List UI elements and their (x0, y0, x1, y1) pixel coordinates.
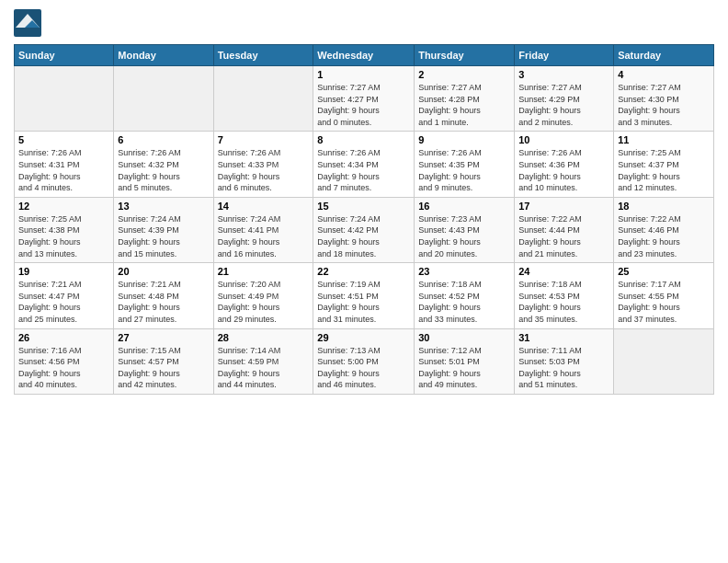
day-info: Sunrise: 7:27 AM Sunset: 4:27 PM Dayligh… (317, 82, 410, 128)
day-number: 25 (618, 266, 710, 277)
day-number: 2 (418, 69, 510, 80)
calendar-cell: 17Sunrise: 7:22 AM Sunset: 4:44 PM Dayli… (515, 197, 614, 262)
calendar-cell: 23Sunrise: 7:18 AM Sunset: 4:52 PM Dayli… (415, 263, 515, 328)
page: SundayMondayTuesdayWednesdayThursdayFrid… (0, 0, 728, 563)
day-info: Sunrise: 7:21 AM Sunset: 4:48 PM Dayligh… (118, 279, 209, 325)
calendar-cell (114, 66, 213, 132)
weekday-header: Tuesday (213, 45, 313, 66)
day-number: 15 (317, 201, 410, 212)
day-info: Sunrise: 7:13 AM Sunset: 5:00 PM Dayligh… (317, 345, 410, 391)
calendar-cell: 14Sunrise: 7:24 AM Sunset: 4:41 PM Dayli… (213, 197, 313, 262)
calendar-cell: 29Sunrise: 7:13 AM Sunset: 5:00 PM Dayli… (313, 328, 415, 394)
day-info: Sunrise: 7:17 AM Sunset: 4:55 PM Dayligh… (618, 279, 710, 325)
calendar-cell: 28Sunrise: 7:14 AM Sunset: 4:59 PM Dayli… (213, 328, 313, 394)
day-number: 29 (317, 332, 410, 343)
calendar-week-row: 19Sunrise: 7:21 AM Sunset: 4:47 PM Dayli… (15, 263, 714, 328)
day-info: Sunrise: 7:27 AM Sunset: 4:29 PM Dayligh… (518, 82, 609, 128)
header (14, 9, 714, 37)
day-number: 4 (618, 69, 710, 80)
calendar-cell: 22Sunrise: 7:19 AM Sunset: 4:51 PM Dayli… (313, 263, 415, 328)
day-info: Sunrise: 7:16 AM Sunset: 4:56 PM Dayligh… (18, 345, 109, 391)
day-number: 11 (618, 134, 710, 145)
day-info: Sunrise: 7:25 AM Sunset: 4:37 PM Dayligh… (618, 147, 710, 193)
day-info: Sunrise: 7:22 AM Sunset: 4:44 PM Dayligh… (518, 213, 609, 259)
calendar-cell (213, 66, 313, 132)
day-info: Sunrise: 7:24 AM Sunset: 4:39 PM Dayligh… (118, 213, 209, 259)
day-number: 26 (18, 332, 109, 343)
day-number: 20 (118, 266, 209, 277)
logo (14, 9, 45, 37)
calendar: SundayMondayTuesdayWednesdayThursdayFrid… (14, 44, 714, 395)
day-number: 7 (218, 134, 310, 145)
calendar-cell: 3Sunrise: 7:27 AM Sunset: 4:29 PM Daylig… (515, 66, 614, 132)
day-number: 16 (418, 201, 510, 212)
day-number: 21 (218, 266, 310, 277)
day-number: 24 (518, 266, 609, 277)
day-info: Sunrise: 7:26 AM Sunset: 4:34 PM Dayligh… (317, 147, 410, 193)
weekday-header: Monday (114, 45, 213, 66)
day-info: Sunrise: 7:25 AM Sunset: 4:38 PM Dayligh… (18, 213, 109, 259)
calendar-cell: 19Sunrise: 7:21 AM Sunset: 4:47 PM Dayli… (15, 263, 114, 328)
day-info: Sunrise: 7:26 AM Sunset: 4:33 PM Dayligh… (218, 147, 310, 193)
day-info: Sunrise: 7:15 AM Sunset: 4:57 PM Dayligh… (118, 345, 209, 391)
calendar-cell: 26Sunrise: 7:16 AM Sunset: 4:56 PM Dayli… (15, 328, 114, 394)
weekday-header: Wednesday (313, 45, 415, 66)
day-number: 23 (418, 266, 510, 277)
calendar-cell (15, 66, 114, 132)
day-info: Sunrise: 7:24 AM Sunset: 4:41 PM Dayligh… (218, 213, 310, 259)
day-info: Sunrise: 7:27 AM Sunset: 4:30 PM Dayligh… (618, 82, 710, 128)
calendar-cell: 1Sunrise: 7:27 AM Sunset: 4:27 PM Daylig… (313, 66, 415, 132)
day-info: Sunrise: 7:26 AM Sunset: 4:35 PM Dayligh… (418, 147, 510, 193)
calendar-cell (614, 328, 714, 394)
calendar-cell: 8Sunrise: 7:26 AM Sunset: 4:34 PM Daylig… (313, 132, 415, 197)
calendar-cell: 24Sunrise: 7:18 AM Sunset: 4:53 PM Dayli… (515, 263, 614, 328)
day-number: 10 (518, 134, 609, 145)
weekday-header: Friday (515, 45, 614, 66)
calendar-cell: 6Sunrise: 7:26 AM Sunset: 4:32 PM Daylig… (114, 132, 213, 197)
day-number: 5 (18, 134, 109, 145)
day-info: Sunrise: 7:20 AM Sunset: 4:49 PM Dayligh… (218, 279, 310, 325)
calendar-cell: 20Sunrise: 7:21 AM Sunset: 4:48 PM Dayli… (114, 263, 213, 328)
day-info: Sunrise: 7:26 AM Sunset: 4:32 PM Dayligh… (118, 147, 209, 193)
calendar-cell: 30Sunrise: 7:12 AM Sunset: 5:01 PM Dayli… (415, 328, 515, 394)
day-info: Sunrise: 7:26 AM Sunset: 4:31 PM Dayligh… (18, 147, 109, 193)
calendar-header-row: SundayMondayTuesdayWednesdayThursdayFrid… (15, 45, 714, 66)
calendar-cell: 15Sunrise: 7:24 AM Sunset: 4:42 PM Dayli… (313, 197, 415, 262)
logo-icon (14, 9, 41, 37)
day-info: Sunrise: 7:11 AM Sunset: 5:03 PM Dayligh… (518, 345, 609, 391)
day-info: Sunrise: 7:19 AM Sunset: 4:51 PM Dayligh… (317, 279, 410, 325)
calendar-cell: 11Sunrise: 7:25 AM Sunset: 4:37 PM Dayli… (614, 132, 714, 197)
day-info: Sunrise: 7:23 AM Sunset: 4:43 PM Dayligh… (418, 213, 510, 259)
day-number: 3 (518, 69, 609, 80)
day-number: 17 (518, 201, 609, 212)
day-number: 1 (317, 69, 410, 80)
day-number: 22 (317, 266, 410, 277)
day-number: 13 (118, 201, 209, 212)
calendar-cell: 2Sunrise: 7:27 AM Sunset: 4:28 PM Daylig… (415, 66, 515, 132)
day-info: Sunrise: 7:24 AM Sunset: 4:42 PM Dayligh… (317, 213, 410, 259)
day-info: Sunrise: 7:26 AM Sunset: 4:36 PM Dayligh… (518, 147, 609, 193)
day-info: Sunrise: 7:18 AM Sunset: 4:53 PM Dayligh… (518, 279, 609, 325)
calendar-week-row: 5Sunrise: 7:26 AM Sunset: 4:31 PM Daylig… (15, 132, 714, 197)
weekday-header: Thursday (415, 45, 515, 66)
calendar-cell: 9Sunrise: 7:26 AM Sunset: 4:35 PM Daylig… (415, 132, 515, 197)
calendar-cell: 16Sunrise: 7:23 AM Sunset: 4:43 PM Dayli… (415, 197, 515, 262)
day-number: 9 (418, 134, 510, 145)
day-info: Sunrise: 7:18 AM Sunset: 4:52 PM Dayligh… (418, 279, 510, 325)
day-number: 31 (518, 332, 609, 343)
calendar-cell: 4Sunrise: 7:27 AM Sunset: 4:30 PM Daylig… (614, 66, 714, 132)
calendar-cell: 21Sunrise: 7:20 AM Sunset: 4:49 PM Dayli… (213, 263, 313, 328)
calendar-cell: 27Sunrise: 7:15 AM Sunset: 4:57 PM Dayli… (114, 328, 213, 394)
day-number: 12 (18, 201, 109, 212)
calendar-week-row: 12Sunrise: 7:25 AM Sunset: 4:38 PM Dayli… (15, 197, 714, 262)
day-number: 18 (618, 201, 710, 212)
day-info: Sunrise: 7:14 AM Sunset: 4:59 PM Dayligh… (218, 345, 310, 391)
calendar-week-row: 1Sunrise: 7:27 AM Sunset: 4:27 PM Daylig… (15, 66, 714, 132)
day-number: 27 (118, 332, 209, 343)
calendar-cell: 18Sunrise: 7:22 AM Sunset: 4:46 PM Dayli… (614, 197, 714, 262)
day-info: Sunrise: 7:22 AM Sunset: 4:46 PM Dayligh… (618, 213, 710, 259)
day-info: Sunrise: 7:27 AM Sunset: 4:28 PM Dayligh… (418, 82, 510, 128)
calendar-week-row: 26Sunrise: 7:16 AM Sunset: 4:56 PM Dayli… (15, 328, 714, 394)
calendar-cell: 25Sunrise: 7:17 AM Sunset: 4:55 PM Dayli… (614, 263, 714, 328)
day-info: Sunrise: 7:21 AM Sunset: 4:47 PM Dayligh… (18, 279, 109, 325)
